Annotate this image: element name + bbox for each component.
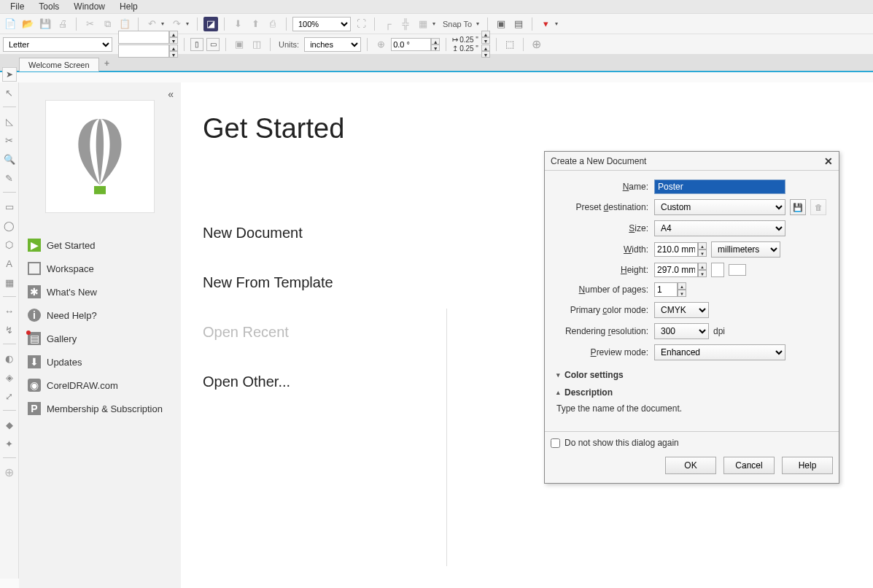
cancel-button[interactable]: Cancel: [723, 457, 775, 474]
pick-tool-icon[interactable]: ➤: [2, 67, 17, 82]
spin-up-icon[interactable]: ▲: [678, 282, 686, 290]
paste-button[interactable]: 📋: [117, 17, 132, 31]
shape-tool-icon[interactable]: ◺: [2, 114, 17, 128]
ellipse-tool-icon[interactable]: ◯: [2, 218, 17, 233]
app-launcher-icon[interactable]: ▾: [538, 17, 553, 31]
rectangle-tool-icon[interactable]: ▭: [2, 199, 17, 214]
zoom-select[interactable]: 100%: [292, 17, 351, 31]
pages-input[interactable]: [654, 282, 678, 297]
publish-button[interactable]: ⎙: [265, 17, 280, 31]
dont-show-checkbox[interactable]: [551, 438, 560, 448]
copy-button[interactable]: ⧉: [100, 17, 115, 31]
spin-down-icon[interactable]: ▼: [169, 51, 178, 58]
menu-tools[interactable]: Tools: [31, 0, 66, 13]
treat-as-icon[interactable]: ⬚: [503, 37, 517, 52]
spin-down-icon[interactable]: ▼: [481, 37, 490, 44]
sidebar-item-workspace[interactable]: Workspace: [19, 257, 181, 280]
preset-select[interactable]: Custom: [654, 199, 785, 215]
name-input[interactable]: [654, 179, 785, 194]
full-screen-button[interactable]: ⛶: [354, 17, 368, 31]
table-tool-icon[interactable]: ▦: [2, 275, 17, 290]
preview-select[interactable]: Enhanced: [654, 344, 785, 360]
connector-tool-icon[interactable]: ↯: [2, 322, 17, 337]
guidelines-icon[interactable]: ╬: [398, 17, 413, 31]
spin-down-icon[interactable]: ▼: [678, 290, 686, 297]
crop-tool-icon[interactable]: ✂: [2, 133, 17, 147]
current-page-icon[interactable]: ◫: [249, 37, 264, 52]
page-height-input[interactable]: [118, 45, 169, 58]
pick-tool-icon[interactable]: ↖: [2, 85, 17, 100]
landscape-icon[interactable]: ▭: [206, 38, 220, 51]
smart-fill-tool-icon[interactable]: ✦: [2, 436, 17, 451]
save-preset-icon[interactable]: 💾: [790, 199, 806, 215]
redo-caret-icon[interactable]: ▾: [184, 20, 191, 27]
sidebar-item-whats-new[interactable]: ✱ What's New: [19, 280, 181, 303]
delete-preset-icon[interactable]: 🗑: [810, 199, 826, 215]
transparency-tool-icon[interactable]: ◈: [2, 370, 17, 384]
spin-down-icon[interactable]: ▼: [698, 249, 707, 257]
spin-down-icon[interactable]: ▼: [481, 51, 490, 58]
menu-window[interactable]: Window: [66, 0, 112, 13]
add-preset-icon[interactable]: ⊕: [529, 37, 544, 52]
sidebar-item-get-started[interactable]: ▶ Get Started: [19, 233, 181, 257]
portrait-icon[interactable]: ▯: [190, 38, 203, 51]
effect-tool-icon[interactable]: ◐: [2, 351, 17, 365]
sidebar-item-membership[interactable]: P Membership & Subscription: [19, 397, 181, 420]
open-button[interactable]: 📂: [20, 17, 35, 31]
print-button[interactable]: 🖨: [55, 17, 70, 31]
nudge-input[interactable]: [391, 38, 431, 51]
app-caret-icon[interactable]: ▾: [553, 20, 560, 27]
spin-up-icon[interactable]: ▲: [169, 31, 178, 37]
snap-caret-icon[interactable]: ▾: [474, 20, 481, 27]
color-mode-select[interactable]: CMYK: [654, 302, 709, 318]
page-size-select[interactable]: Letter: [3, 37, 112, 52]
height-input[interactable]: [654, 263, 698, 277]
dialog-titlebar[interactable]: Create a New Document ✕: [545, 152, 839, 171]
quick-customize-icon[interactable]: ⊕: [2, 465, 17, 479]
resolution-select[interactable]: 300: [654, 323, 709, 339]
all-pages-icon[interactable]: ▣: [232, 37, 247, 52]
page-width-input[interactable]: [118, 31, 169, 44]
landscape-icon[interactable]: [729, 264, 746, 276]
cut-button[interactable]: ✂: [82, 17, 97, 31]
launch-icon[interactable]: ▤: [511, 17, 526, 31]
spin-down-icon[interactable]: ▼: [431, 45, 440, 51]
sidebar-item-updates[interactable]: ⬇ Updates: [19, 350, 181, 374]
help-button[interactable]: Help: [782, 457, 833, 474]
width-input[interactable]: [654, 242, 698, 257]
export-button[interactable]: ⬆: [248, 17, 263, 31]
polygon-tool-icon[interactable]: ⬡: [2, 237, 17, 252]
units-select[interactable]: inches: [304, 37, 361, 52]
portrait-icon[interactable]: [711, 263, 724, 277]
size-select[interactable]: A4: [654, 220, 785, 236]
redo-button[interactable]: ↷: [169, 17, 184, 31]
undo-button[interactable]: ↶: [144, 17, 159, 31]
menu-help[interactable]: Help: [112, 0, 145, 13]
snap-icon[interactable]: ┌: [381, 17, 395, 31]
width-units-select[interactable]: millimeters: [711, 241, 780, 258]
new-button[interactable]: 📄: [3, 17, 18, 31]
nudge-icon[interactable]: ⊕: [373, 37, 388, 52]
dimension-tool-icon[interactable]: ↔: [2, 303, 17, 318]
text-tool-icon[interactable]: A: [2, 256, 17, 271]
spin-up-icon[interactable]: ▲: [481, 45, 490, 51]
spin-down-icon[interactable]: ▼: [169, 37, 178, 44]
save-button[interactable]: 💾: [38, 17, 53, 31]
import-button[interactable]: ⬇: [230, 17, 245, 31]
search-icon[interactable]: ◪: [203, 17, 218, 31]
grid-caret-icon[interactable]: ▾: [430, 20, 438, 27]
sidebar-item-coreldraw-com[interactable]: ◉ CorelDRAW.com: [19, 374, 181, 397]
new-tab-button[interactable]: +: [99, 56, 115, 71]
menu-file[interactable]: File: [3, 0, 31, 13]
options-icon[interactable]: ▣: [494, 17, 508, 31]
spin-up-icon[interactable]: ▲: [698, 242, 707, 249]
spin-up-icon[interactable]: ▲: [481, 31, 490, 37]
color-settings-section[interactable]: ▾ Color settings: [552, 365, 831, 383]
close-icon[interactable]: ✕: [824, 155, 833, 167]
eyedropper-tool-icon[interactable]: ⤢: [2, 389, 17, 403]
zoom-tool-icon[interactable]: 🔍: [2, 152, 17, 166]
description-section[interactable]: ▴ Description: [552, 383, 831, 401]
freehand-tool-icon[interactable]: ✎: [2, 171, 17, 185]
undo-caret-icon[interactable]: ▾: [159, 20, 166, 27]
ok-button[interactable]: OK: [665, 457, 716, 474]
